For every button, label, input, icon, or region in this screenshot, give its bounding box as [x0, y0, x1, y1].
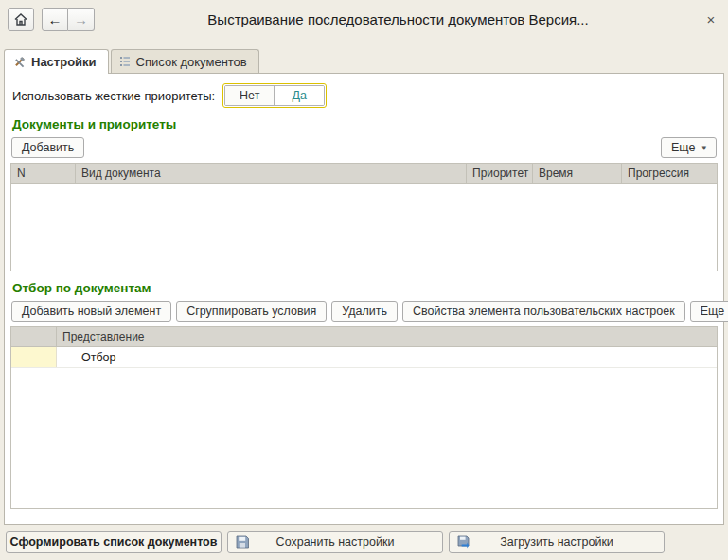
tab-document-list[interactable]: Список документов	[111, 49, 259, 73]
filter-more-label: Еще	[701, 305, 724, 318]
toggle-option-yes[interactable]: Да	[275, 86, 324, 105]
tab-settings[interactable]: Настройки	[4, 49, 109, 74]
filter-toolbar: Добавить новый элемент Сгруппировать усл…	[11, 301, 717, 322]
element-properties-label: Свойства элемента пользовательских настр…	[413, 305, 675, 318]
documents-table-body[interactable]	[11, 184, 717, 271]
tab-document-list-label: Список документов	[136, 55, 247, 69]
add-new-element-label: Добавить новый элемент	[22, 305, 161, 318]
dropdown-caret-icon: ▾	[701, 143, 706, 152]
documents-section-title: Документы и приоритеты	[12, 117, 716, 131]
delete-button[interactable]: Удалить	[331, 301, 398, 322]
documents-toolbar: Добавить Еще ▾	[11, 137, 717, 158]
save-settings-label: Сохранить настройки	[276, 535, 395, 549]
documents-more-button[interactable]: Еще ▾	[661, 137, 717, 158]
close-icon: ×	[707, 11, 716, 27]
column-header-n[interactable]: N	[11, 164, 76, 183]
current-row-marker	[11, 347, 57, 367]
column-header-time[interactable]: Время	[533, 164, 622, 183]
documents-more-label: Еще	[671, 141, 695, 154]
close-button[interactable]: ×	[701, 10, 720, 29]
generate-document-list-label: Сформировать список документов	[10, 535, 218, 549]
column-header-representation[interactable]: Представление	[57, 327, 717, 346]
filter-section-title: Отбор по документам	[12, 281, 716, 295]
tab-settings-label: Настройки	[31, 55, 97, 69]
column-header-row-marker	[11, 327, 57, 346]
load-icon	[457, 535, 471, 550]
hard-priorities-toggle: Нет Да	[222, 83, 327, 108]
forward-button[interactable]: →	[68, 8, 95, 31]
filter-row-label: Отбор	[57, 347, 717, 367]
add-new-element-button[interactable]: Добавить новый элемент	[11, 301, 171, 322]
save-icon	[236, 535, 249, 549]
window-toolbar: ← → Выстраивание последовательности доку…	[0, 0, 728, 34]
home-icon	[14, 13, 27, 26]
group-conditions-button[interactable]: Сгруппировать условия	[176, 301, 327, 322]
load-settings-button[interactable]: Загрузить настройки	[449, 531, 665, 553]
load-settings-label: Загрузить настройки	[500, 535, 613, 549]
documents-table-header: N Вид документа Приоритет Время Прогресс…	[11, 164, 717, 184]
home-button[interactable]	[8, 8, 34, 31]
footer-button-bar: Сформировать список документов Сохранить…	[0, 525, 728, 553]
filter-table-row[interactable]: Отбор	[11, 347, 717, 368]
filter-table: Представление Отбор	[10, 326, 718, 509]
save-settings-button[interactable]: Сохранить настройки	[227, 531, 443, 553]
tab-bar: Настройки Список документов	[4, 49, 724, 73]
element-properties-button[interactable]: Свойства элемента пользовательских настр…	[402, 301, 685, 322]
column-header-progression[interactable]: Прогрессия	[622, 164, 717, 183]
delete-label: Удалить	[342, 305, 387, 318]
add-document-button[interactable]: Добавить	[11, 137, 84, 158]
settings-panel: Использовать жесткие приоритеты: Нет Да …	[4, 73, 724, 525]
nav-button-group: ← →	[42, 8, 95, 31]
toggle-option-no[interactable]: Нет	[225, 86, 275, 105]
back-arrow-icon: ←	[48, 11, 62, 27]
column-header-priority[interactable]: Приоритет	[467, 164, 533, 183]
forward-arrow-icon: →	[74, 11, 88, 27]
documents-table: N Вид документа Приоритет Время Прогресс…	[10, 163, 718, 271]
filter-table-body[interactable]	[11, 368, 717, 508]
list-icon	[119, 56, 131, 67]
generate-document-list-button[interactable]: Сформировать список документов	[6, 531, 222, 553]
group-conditions-label: Сгруппировать условия	[186, 305, 316, 318]
add-document-label: Добавить	[22, 141, 74, 154]
window-title: Выстраивание последовательности документ…	[102, 11, 694, 27]
filter-table-header: Представление	[11, 327, 717, 347]
back-button[interactable]: ←	[42, 8, 68, 31]
hard-priorities-row: Использовать жесткие приоритеты: Нет Да	[12, 83, 716, 108]
column-header-doc-type[interactable]: Вид документа	[76, 164, 467, 183]
filter-more-button[interactable]: Еще ▾	[690, 301, 728, 322]
tools-icon	[12, 56, 26, 69]
hard-priorities-label: Использовать жесткие приоритеты:	[12, 89, 215, 103]
